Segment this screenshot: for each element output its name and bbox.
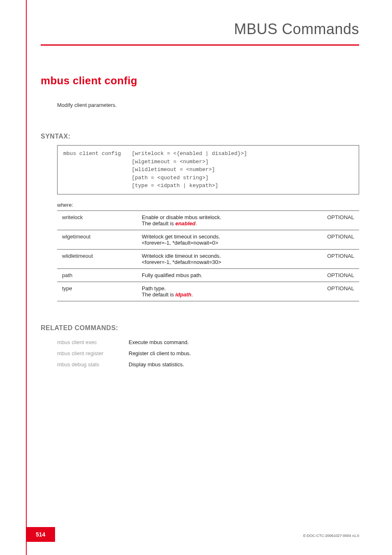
related-desc: Execute mbus command. — [129, 337, 197, 348]
table-row: mbus debug stats Display mbus statistics… — [57, 359, 197, 370]
param-req: OPTIONAL — [310, 249, 359, 268]
related-desc: Register cli client to mbus. — [129, 348, 197, 359]
related-desc: Display mbus statistics. — [129, 359, 197, 370]
page: MBUS Commands mbus client config Modify … — [0, 0, 392, 555]
param-desc: Writelock get timeout in seconds. <forev… — [137, 230, 310, 249]
parameters-table: writelock Enable or disable mbus writelo… — [57, 210, 359, 301]
table-row: wlidletimeout Writelock idle timeout in … — [57, 249, 359, 268]
related-heading: RELATED COMMANDS: — [41, 324, 359, 332]
syntax-command: mbus client config — [63, 150, 121, 190]
page-header: MBUS Commands — [41, 21, 359, 46]
doc-id: E-DOC-CTC-20061027-0004 v1.0 — [303, 534, 359, 538]
related-link[interactable]: mbus client exec — [57, 337, 129, 348]
table-row: mbus client exec Execute mbus command. — [57, 337, 197, 348]
related-link[interactable]: mbus client register — [57, 348, 129, 359]
param-desc: Enable or disable mbus writelock. The de… — [137, 210, 310, 230]
table-row: path Fully qualified mbus path. OPTIONAL — [57, 268, 359, 282]
syntax-heading: SYNTAX: — [41, 133, 359, 140]
param-req: OPTIONAL — [310, 268, 359, 282]
param-name: type — [57, 282, 137, 301]
param-name: path — [57, 268, 137, 282]
syntax-args: [writelock = <{enabled | disabled}>] [wl… — [131, 150, 247, 190]
table-row: type Path type. The default is idpath. O… — [57, 282, 359, 301]
left-rule — [26, 0, 27, 555]
command-title: mbus client config — [41, 74, 359, 87]
related-table: mbus client exec Execute mbus command. m… — [57, 337, 197, 370]
table-row: mbus client register Register cli client… — [57, 348, 197, 359]
param-name: wlidletimeout — [57, 249, 137, 268]
param-desc: Path type. The default is idpath. — [137, 282, 310, 301]
where-label: where: — [57, 202, 359, 208]
chapter-title: MBUS Commands — [234, 21, 359, 38]
param-req: OPTIONAL — [310, 210, 359, 230]
command-intro: Modify client parameters. — [57, 102, 359, 108]
param-desc: Writelock idle timeout in seconds. <fore… — [137, 249, 310, 268]
related-link[interactable]: mbus debug stats — [57, 359, 129, 370]
related-section: RELATED COMMANDS: mbus client exec Execu… — [41, 324, 359, 370]
table-row: wlgetimeout Writelock get timeout in sec… — [57, 230, 359, 249]
param-name: wlgetimeout — [57, 230, 137, 249]
param-name: writelock — [57, 210, 137, 230]
param-req: OPTIONAL — [310, 230, 359, 249]
param-desc: Fully qualified mbus path. — [137, 268, 310, 282]
table-row: writelock Enable or disable mbus writelo… — [57, 210, 359, 230]
page-number: 514 — [26, 527, 55, 542]
param-req: OPTIONAL — [310, 282, 359, 301]
syntax-box: mbus client config [writelock = <{enable… — [57, 145, 359, 194]
